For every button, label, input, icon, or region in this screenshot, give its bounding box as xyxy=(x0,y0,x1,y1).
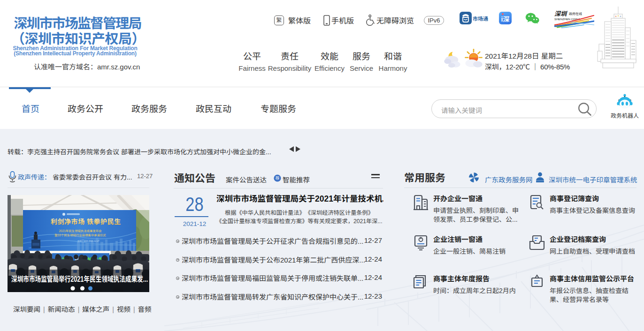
svg-text:荐: 荐 xyxy=(275,176,279,181)
svg-text:利剑净市场 铁拳护民生: 利剑净市场 铁拳护民生 xyxy=(51,218,121,226)
svg-text:政府在线: 政府在线 xyxy=(569,12,582,15)
svg-text:主持：深圳 2021.12.27: 主持：深圳 2021.12.27 xyxy=(77,240,100,242)
svg-text:深圳: 深圳 xyxy=(554,10,567,17)
svg-text:2021年民生领域执法成果发布会: 2021年民生领域执法成果发布会 xyxy=(59,229,102,233)
svg-text:暨10个民生领域行业自律集中承诺仪式: 暨10个民生领域行业自律集中承诺仪式 xyxy=(54,233,106,237)
svg-text:深圳市市场监管局举行2021年民生领域执法成果发...: 深圳市市场监管局举行2021年民生领域执法成果发... xyxy=(11,275,148,284)
